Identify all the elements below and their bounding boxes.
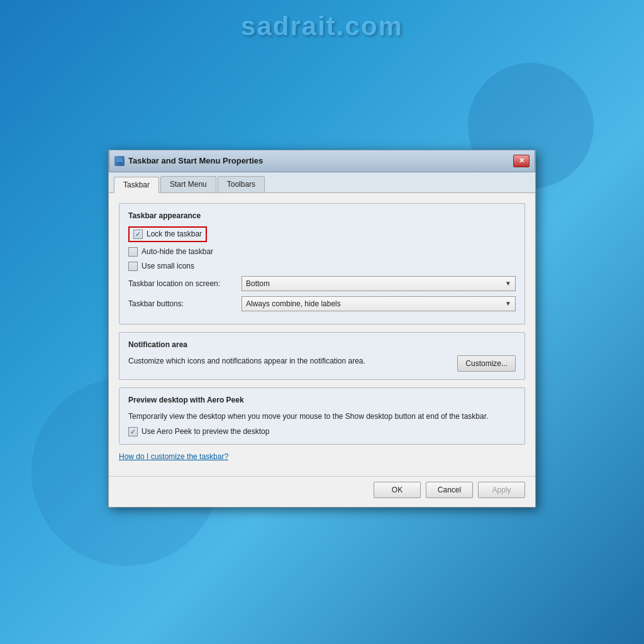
tab-toolbars[interactable]: Toolbars — [218, 176, 265, 192]
title-bar-left: Taskbar and Start Menu Properties — [114, 156, 263, 166]
buttons-row: Taskbar buttons: Always combine, hide la… — [128, 296, 516, 311]
notification-area-title: Notification area — [128, 340, 516, 349]
aero-peek-description: Temporarily view the desktop when you mo… — [128, 411, 516, 422]
tab-taskbar[interactable]: Taskbar — [114, 177, 159, 193]
dialog-icon — [114, 156, 125, 166]
svg-rect-0 — [116, 158, 123, 163]
dialog-window: Taskbar and Start Menu Properties ✕ Task… — [108, 150, 536, 508]
buttons-label: Taskbar buttons: — [128, 299, 242, 308]
dialog-body: Taskbar appearance ✓ Lock the taskbar Au… — [109, 193, 535, 476]
aero-peek-section: Preview desktop with Aero Peek Temporari… — [119, 387, 525, 445]
aero-peek-title: Preview desktop with Aero Peek — [128, 396, 516, 404]
small-icons-checkbox[interactable] — [128, 262, 138, 271]
notification-description: Customize which icons and notifications … — [128, 355, 450, 367]
title-bar: Taskbar and Start Menu Properties ✕ — [109, 150, 535, 172]
tab-bar: Taskbar Start Menu Toolbars — [109, 172, 535, 193]
aero-peek-label: Use Aero Peek to preview the desktop — [142, 427, 269, 436]
location-dropdown[interactable]: Bottom ▼ — [242, 276, 516, 291]
small-icons-row[interactable]: Use small icons — [128, 262, 516, 271]
aero-peek-row[interactable]: ✓ Use Aero Peek to preview the desktop — [128, 427, 516, 436]
help-link[interactable]: How do I customize the taskbar? — [119, 452, 525, 461]
notification-area-section: Notification area Customize which icons … — [119, 332, 525, 380]
close-button[interactable]: ✕ — [513, 155, 530, 167]
auto-hide-checkbox[interactable] — [128, 247, 138, 257]
small-icons-label: Use small icons — [142, 262, 194, 270]
watermark: sadrait.com — [241, 11, 403, 42]
taskbar-appearance-title: Taskbar appearance — [128, 211, 516, 220]
cancel-button[interactable]: Cancel — [426, 482, 473, 498]
location-row: Taskbar location on screen: Bottom ▼ — [128, 276, 516, 291]
lock-taskbar-highlight: ✓ Lock the taskbar — [128, 226, 207, 242]
buttons-dropdown-arrow: ▼ — [505, 300, 511, 307]
lock-taskbar-row: ✓ Lock the taskbar — [128, 226, 516, 242]
ok-button[interactable]: OK — [374, 482, 421, 498]
svg-rect-1 — [117, 162, 122, 164]
location-label: Taskbar location on screen: — [128, 279, 242, 288]
tab-start-menu[interactable]: Start Menu — [160, 176, 216, 192]
taskbar-appearance-section: Taskbar appearance ✓ Lock the taskbar Au… — [119, 203, 525, 325]
auto-hide-label: Auto-hide the taskbar — [142, 247, 213, 256]
location-dropdown-arrow: ▼ — [505, 280, 511, 287]
lock-taskbar-label: Lock the taskbar — [147, 230, 202, 238]
dialog-title: Taskbar and Start Menu Properties — [128, 156, 263, 165]
lock-taskbar-checkbox[interactable]: ✓ — [133, 230, 143, 239]
aero-peek-checkbox[interactable]: ✓ — [128, 427, 138, 436]
location-value: Bottom — [246, 279, 270, 288]
dialog-footer: OK Cancel Apply — [109, 476, 535, 507]
customize-button[interactable]: Customize... — [457, 355, 516, 372]
apply-button[interactable]: Apply — [478, 482, 525, 498]
notification-row: Customize which icons and notifications … — [128, 355, 516, 372]
buttons-value: Always combine, hide labels — [246, 299, 341, 308]
auto-hide-row[interactable]: Auto-hide the taskbar — [128, 247, 516, 257]
buttons-dropdown[interactable]: Always combine, hide labels ▼ — [242, 296, 516, 311]
